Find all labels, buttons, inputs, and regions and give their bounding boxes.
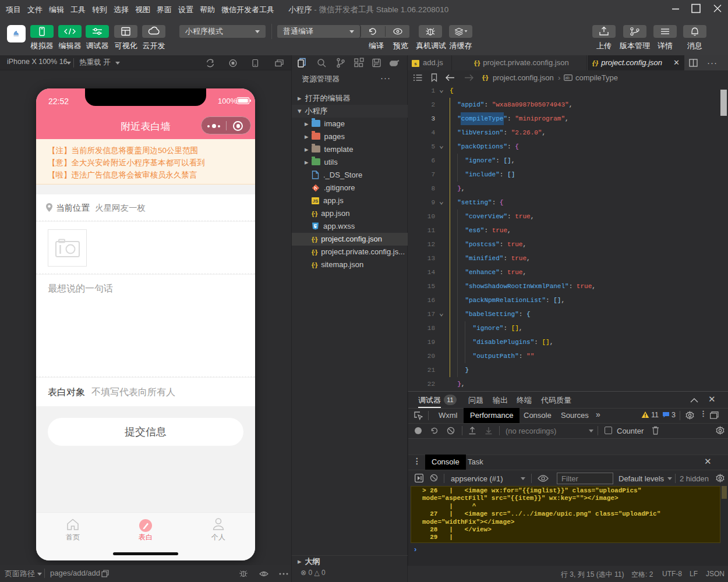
svg-text:ab: ab [565,76,570,80]
